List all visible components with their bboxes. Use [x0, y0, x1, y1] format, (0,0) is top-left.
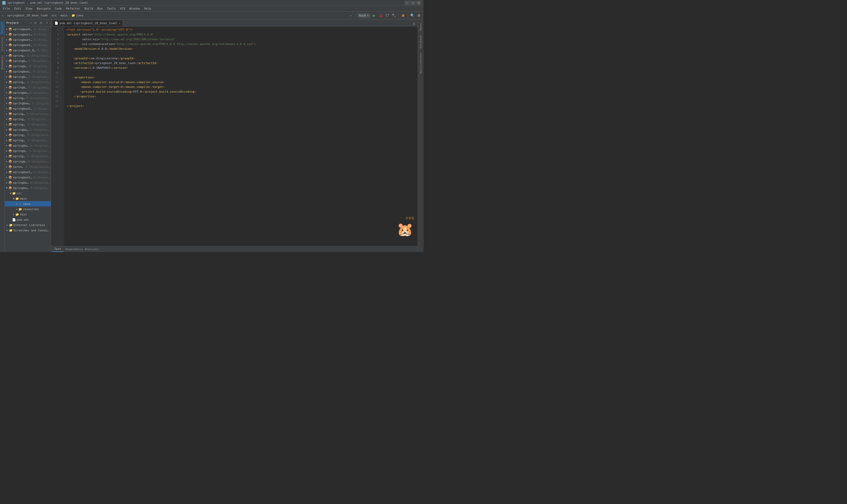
- tree-item-springboot_01_03_quickstart[interactable]: ▶ 📦 springboot_01_03_quickstart D:\DingJ…: [5, 37, 51, 42]
- stop-button[interactable]: ⏹: [400, 13, 406, 19]
- tree-item-external-libraries[interactable]: ▶ 📁 External Libraries: [5, 222, 51, 228]
- menu-refactor[interactable]: Refactor: [64, 6, 82, 11]
- right-tab-maven[interactable]: Maven: [418, 21, 423, 33]
- editor-bottom-tab-text[interactable]: Text: [52, 247, 64, 252]
- tree-item-springboot_13_configuration[interactable]: ▶ 📦 springboot_13_configuration D:\DingJ…: [5, 106, 51, 111]
- run-config[interactable]: App8 ▾: [357, 13, 370, 18]
- editor-tab-pom-xml[interactable]: 📄 pom.xml (springboot_28_bean_load) ✕: [52, 20, 123, 26]
- tree-item-springboot_15_sql[interactable]: ▶ 📦 springboot_15_sql D:\DingJiaxiong\Id…: [5, 116, 51, 122]
- tree-item-springboot_01_01_quickstart[interactable]: ▶ 📦 springboot_01_01_quickstart D:\DingJ…: [5, 26, 51, 32]
- tree-item-springboot_20_jetcache[interactable]: ▶ 📦 springboot_20_jetcache D:\DingJiaxio…: [5, 143, 51, 148]
- tree-item-springboot_16_redis[interactable]: ▶ 📦 springboot_16_redis D:\DingJiaxiong\…: [5, 122, 51, 127]
- line-num-3: 3: [51, 37, 59, 42]
- panel-collapse-all[interactable]: ⊟: [33, 21, 38, 25]
- breadcrumb-src[interactable]: src: [51, 14, 57, 17]
- tree-item-springboot_25_admin_server[interactable]: ▶ 📦 springboot_25_admin_server D:\DingJi…: [5, 169, 51, 175]
- tree-item-springboot_09_config[interactable]: ▶ 📦 springboot_09_config D:\DingJiaxiong…: [5, 85, 51, 90]
- left-vtab-structure[interactable]: Structure: [0, 35, 4, 53]
- minimize-button[interactable]: ─: [404, 1, 410, 5]
- editor-area: 📄 pom.xml (springboot_28_bean_load) ✕ ⚙ …: [51, 20, 418, 252]
- panel-close[interactable]: ✕: [44, 21, 49, 25]
- expand-arrow: ▶: [5, 33, 8, 36]
- panel-settings[interactable]: ⚙: [39, 21, 43, 25]
- expand-arrow: ▶: [5, 181, 8, 184]
- module-icon: 📦: [8, 27, 12, 31]
- left-vtab-project[interactable]: Project: [0, 21, 4, 35]
- editor-tabs: 📄 pom.xml (springboot_28_bean_load) ✕ ⚙: [51, 20, 418, 26]
- code-line-16: [67, 99, 416, 104]
- tree-item-springboot_03_yaml[interactable]: ▶ 📦 springboot_03_yaml D:\DingJiaxiong\I…: [5, 53, 51, 58]
- tree-item-springboot_08_ssmp[interactable]: ▶ 📦 springboot_08_ssmp D:\DingJiaxiong\I…: [5, 79, 51, 85]
- close-button[interactable]: ✕: [416, 1, 421, 5]
- tree-item-java[interactable]: ▶ ☕ java: [5, 201, 51, 206]
- breadcrumb-java[interactable]: java: [76, 14, 84, 17]
- tree-item-springboot_21_j2cache[interactable]: ▶ 📦 springboot_21_j2cache D:\DingJiaxion…: [5, 148, 51, 154]
- tree-item-springboot_06_mybatis_plus[interactable]: ▶ 📦 springboot_06_mybatis_plus D:\DingJi…: [5, 69, 51, 74]
- line-num-7: 7: [51, 56, 59, 61]
- tree-item-springboot_12_hot_deploy[interactable]: ▶ 📦 springboot_12_hot_deploy D:\DingJiax…: [5, 101, 51, 106]
- module-icon: 📦: [8, 160, 12, 163]
- tree-item-springboot_05_mybatis[interactable]: ▶ 📦 springboot_05_mybatis D:\DingJiaxion…: [5, 64, 51, 69]
- editor-bottom-tab-dependency-analyzer[interactable]: Dependency Analyzer: [64, 247, 101, 252]
- left-vtab-bookmarks[interactable]: Bookmarks: [0, 53, 4, 71]
- tree-item-springboot_24_mq[interactable]: ▶ 📦 springboot_24_mq D:\DingJiaxiong\Ide…: [5, 164, 51, 169]
- tree-item-springboot_04_junit[interactable]: ▶ 📦 springboot_04_junit D:\DingJiaxiong\…: [5, 58, 51, 64]
- breadcrumb-sep4: ›: [69, 14, 70, 17]
- tree-item-springboot_18_es[interactable]: ▶ 📦 springboot_18_es D:\DingJiaxiong\Ide…: [5, 132, 51, 138]
- tree-item-springboot_22_task[interactable]: ▶ 📦 springboot_22_task D:\DingJiaxiong\I…: [5, 154, 51, 159]
- svg-text:I: I: [3, 2, 5, 4]
- coverage-button[interactable]: 🛡: [384, 13, 390, 19]
- tree-item-springboot_02_base_configuration[interactable]: ▶ 📦 springboot_02_base_configuration D:\…: [5, 48, 51, 53]
- menu-file[interactable]: File: [1, 6, 12, 11]
- tree-item-scratches[interactable]: ▶ 📁 Scratches and Consoles: [5, 228, 51, 233]
- tree-item-springboot_11_log[interactable]: ▶ 📦 springboot_11_log D:\DingJiaxiong\Id…: [5, 95, 51, 101]
- expand-arrow: ▶: [5, 160, 8, 163]
- project-panel-header: Project ▾ ⊟ ⚙ ✕: [5, 20, 51, 26]
- tree-item-springboot_01_02_quickstart[interactable]: ▶ 📦 springboot_01_02_quickstart D:\DingJ…: [5, 32, 51, 37]
- settings-button[interactable]: ⚙: [416, 13, 422, 19]
- tree-item-springboot_28_bean_load[interactable]: ▼ 📦 springboot_28_bean_load D:\DingJiaxi…: [5, 185, 51, 191]
- search-button[interactable]: 🔍: [410, 13, 415, 19]
- tree-item-resources[interactable]: ▶ 📂 resources: [5, 206, 51, 212]
- tree-item-springboot_01_04_quickstart[interactable]: ▶ 📦 springboot_01_04_quickstart D:\DingJ…: [5, 42, 51, 48]
- right-tab-database[interactable]: Database: [418, 33, 423, 50]
- breadcrumb-project[interactable]: springboot_28_bean_load: [7, 14, 48, 17]
- breadcrumb-sep1: ›: [4, 14, 6, 17]
- tree-item-springboot_23_mail[interactable]: ▶ 📦 springboot_23_mail D:\DingJiaxiong\I…: [5, 159, 51, 164]
- project-home-icon[interactable]: ⌂: [2, 14, 3, 17]
- menu-help[interactable]: Help: [142, 6, 153, 11]
- expand-arrow: ▶: [15, 202, 19, 205]
- tree-item-springboot_27_bean_init[interactable]: ▶ 📦 springboot_27_bean_init D:\DingJiaxi…: [5, 180, 51, 185]
- tree-item-src[interactable]: ▼ 📁 src: [5, 191, 51, 196]
- tab-close-button[interactable]: ✕: [119, 22, 121, 24]
- menu-navigate[interactable]: Navigate: [35, 6, 53, 11]
- build-button[interactable]: 🔨: [391, 13, 397, 19]
- tree-item-springboot_14_test[interactable]: ▶ 📦 springboot_14_test D:\DingJiaxiong\I…: [5, 111, 51, 116]
- pom-xml-icon: 📄: [55, 21, 58, 25]
- menu-build[interactable]: Build: [83, 6, 95, 11]
- debug-button[interactable]: 🐞: [378, 13, 383, 19]
- menu-tools[interactable]: Tools: [105, 6, 118, 11]
- tree-item-springboot_07_druid[interactable]: ▶ 📦 springboot_07_druid D:\DingJiaxiong\…: [5, 74, 51, 79]
- run-button[interactable]: ▶: [371, 13, 377, 19]
- menu-code[interactable]: Code: [53, 6, 64, 11]
- right-tab-notifications[interactable]: Notifications: [418, 51, 423, 76]
- tree-item-pom-xml[interactable]: ▶ 📄 pom.xml: [5, 217, 51, 222]
- breadcrumb-main[interactable]: main: [60, 14, 68, 17]
- back-button[interactable]: ←: [348, 13, 354, 19]
- tree-item-main[interactable]: ▼ 📁 main: [5, 196, 51, 201]
- menu-vcs[interactable]: VCS: [118, 6, 127, 11]
- menu-window[interactable]: Window: [128, 6, 142, 11]
- folder-icon: 📁: [9, 223, 13, 227]
- tree-item-test[interactable]: ▶ 📁 test: [5, 212, 51, 217]
- menu-view[interactable]: View: [23, 6, 34, 11]
- code-area[interactable]: <?xml version="1.0" encoding="UTF-8"?> <…: [64, 26, 418, 246]
- tab-settings-button[interactable]: ⚙: [412, 21, 417, 26]
- menu-edit[interactable]: Edit: [13, 6, 23, 11]
- menu-run[interactable]: Run: [95, 6, 105, 11]
- tree-item-springboot_10_profiles[interactable]: ▶ 📦 springboot_10_profiles D:\DingJiaxio…: [5, 90, 51, 95]
- tree-item-springboot_26_admin_client[interactable]: ▶ 📦 springboot_26_admin_client D:\DingJi…: [5, 175, 51, 180]
- tree-item-springboot_19_cache[interactable]: ▶ 📦 springboot_19_cache D:\DingJiaxiong\…: [5, 138, 51, 143]
- tree-item-springboot_17_mongodb[interactable]: ▶ 📦 springboot_17_mongodb D:\DingJiaxion…: [5, 127, 51, 132]
- maximize-button[interactable]: □: [410, 1, 416, 5]
